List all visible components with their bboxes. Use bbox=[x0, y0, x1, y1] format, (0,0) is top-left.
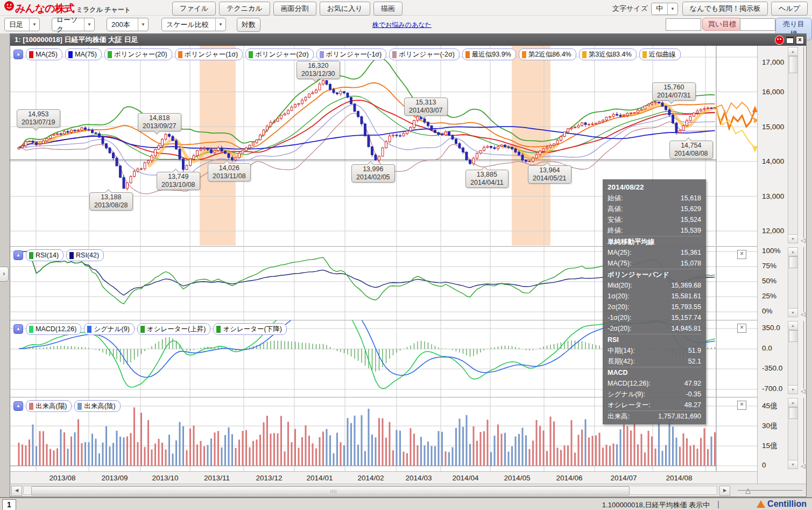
indicator-chip[interactable]: ボリンジャー(1σ) bbox=[175, 48, 243, 60]
scroll-down-icon[interactable]: ▼ bbox=[788, 308, 797, 317]
macd-axis-scrollbar[interactable]: ▲ ▼ bbox=[788, 321, 798, 394]
indicator-chip[interactable]: ボリンジャー(20) bbox=[104, 48, 172, 60]
legend-color-icon bbox=[642, 51, 647, 58]
indicator-chip[interactable]: 第2近似86.4% bbox=[519, 48, 576, 60]
scroll-down-icon[interactable]: ▼ bbox=[788, 460, 797, 469]
scroll-right-button[interactable]: ▶ bbox=[719, 486, 730, 496]
scroll-up-icon[interactable]: ▲ bbox=[788, 399, 797, 407]
rsi-axis-scrollbar[interactable]: ▲ ▼ bbox=[788, 247, 798, 317]
horizontal-scrollbar[interactable]: ◀ |||| ▶ △ bbox=[10, 484, 807, 497]
macd-chip[interactable]: オシレーター(下降) bbox=[213, 323, 287, 335]
chart-tab-1[interactable]: 1 bbox=[2, 499, 16, 510]
x-axis-label: 2014/04 bbox=[453, 474, 479, 482]
sell-target-input[interactable] bbox=[740, 18, 775, 31]
chart-type-select[interactable]: ローソク ▼ bbox=[52, 18, 95, 31]
split-screen-button[interactable]: 画面分割 bbox=[273, 2, 316, 16]
indicator-chip[interactable]: 近似曲線 bbox=[639, 48, 681, 60]
chevron-down-icon[interactable]: ▼ bbox=[215, 18, 225, 31]
qa-board-button[interactable]: なんでも質問！掲示板 bbox=[682, 2, 768, 16]
scroll-left-button[interactable]: ◀ bbox=[11, 486, 22, 496]
pane-resize-icon[interactable]: ◁ bbox=[801, 463, 805, 470]
app-logo: みんなの株式 ミラクル チャート bbox=[3, 0, 131, 16]
scroll-up-icon[interactable]: ▲ bbox=[788, 248, 797, 256]
scrollbar-grip: |||| bbox=[330, 489, 342, 493]
close-volume-panel-button[interactable]: × bbox=[737, 401, 746, 410]
status-text: 1.100000018,日経平均株価 表示中 bbox=[602, 500, 710, 510]
indicator-chip[interactable]: ボリンジャー(2σ) bbox=[245, 48, 313, 60]
volume-axis-tick: 30億 bbox=[762, 421, 778, 431]
font-size-select[interactable]: 中 ▼ bbox=[651, 3, 678, 15]
price-annotation: 14,8182013/09/27 bbox=[138, 113, 181, 131]
x-axis-label: 2014/07 bbox=[611, 474, 637, 482]
macd-chip[interactable]: MACD(12,26) bbox=[26, 323, 81, 335]
chevron-down-icon[interactable]: ▼ bbox=[667, 3, 677, 15]
volume-chip[interactable]: 出来高(陽) bbox=[26, 400, 72, 412]
indicator-chip[interactable]: MA(25) bbox=[26, 48, 62, 60]
close-window-icon[interactable]: × bbox=[796, 36, 804, 44]
scrollbar-track[interactable]: |||| bbox=[23, 486, 717, 495]
rsi-chip[interactable]: RSI(14) bbox=[26, 249, 63, 261]
minkabu-face-icon[interactable] bbox=[775, 36, 784, 45]
pane-resize-icon[interactable]: ◁ bbox=[801, 237, 805, 244]
stock-advice-link[interactable]: 株でお悩みのあなた bbox=[372, 20, 432, 30]
macd-chip[interactable]: オシレーター(上昇) bbox=[137, 323, 211, 335]
price-axis-scrollbar[interactable]: ▲ ▼ bbox=[788, 47, 798, 243]
collapse-panel-button[interactable]: ▲ bbox=[13, 324, 23, 334]
panel-expander-button[interactable]: › bbox=[0, 267, 9, 282]
collapse-panel-button[interactable]: ▲ bbox=[13, 250, 23, 260]
collapse-panel-button[interactable]: ▲ bbox=[13, 401, 23, 411]
favorites-button[interactable]: お気に入り bbox=[320, 2, 370, 16]
scrollbar-thumb[interactable] bbox=[789, 330, 798, 342]
draw-button[interactable]: 描画 bbox=[373, 2, 403, 16]
indicator-chip[interactable]: ボリンジャー(-1σ) bbox=[316, 48, 387, 60]
zoom-slider-handle[interactable]: △ bbox=[745, 486, 751, 494]
scroll-down-icon[interactable]: ▼ bbox=[788, 234, 797, 243]
volume-chip[interactable]: 出来高(陰) bbox=[74, 400, 120, 412]
right-axis-rail: 17,00016,00015,00014,00013,00012,000 ▲ ▼… bbox=[757, 46, 807, 484]
help-button[interactable]: ヘルプ bbox=[771, 2, 808, 16]
macd-axis-tick: -350.0 bbox=[762, 364, 782, 372]
log-scale-button[interactable]: 対数 bbox=[237, 18, 260, 32]
close-rsi-panel-button[interactable]: × bbox=[737, 250, 746, 259]
pane-resize-icon[interactable]: ◁ bbox=[801, 388, 805, 395]
tooltip-row: -2σ(20):14,945.81 bbox=[608, 323, 701, 334]
tooltip-row: 高値:15,629 bbox=[608, 204, 701, 214]
price-indicator-chips: ▲MA(25)MA(75)ボリンジャー(20)ボリンジャー(1σ)ボリンジャー(… bbox=[13, 48, 681, 60]
scroll-up-icon[interactable]: ▲ bbox=[788, 47, 797, 56]
pane-resize-icon[interactable]: ◁ bbox=[801, 311, 805, 318]
x-axis-label: 2013/09 bbox=[102, 474, 128, 482]
legend-color-icon bbox=[29, 326, 33, 333]
font-size-label: 文字サイズ bbox=[612, 4, 648, 13]
tooltip-row: 中期(14):51.9 bbox=[608, 345, 701, 356]
macd-chip[interactable]: シグナル(9) bbox=[84, 323, 134, 335]
status-separator: | bbox=[717, 499, 719, 508]
volume-axis-scrollbar[interactable]: ▲ ▼ bbox=[788, 398, 798, 469]
buy-target-button[interactable]: 買い目標 bbox=[702, 18, 742, 31]
chart-window-titlebar[interactable]: 1: [100000018] 日経平均株価 大証 日足 × bbox=[10, 34, 806, 46]
bar-count-select[interactable]: 200本 ▼ bbox=[107, 18, 149, 31]
chevron-down-icon[interactable]: ▼ bbox=[138, 18, 148, 31]
restore-window-icon[interactable] bbox=[786, 37, 794, 44]
chevron-down-icon[interactable]: ▼ bbox=[84, 18, 94, 31]
technical-button[interactable]: テクニカル bbox=[219, 2, 270, 16]
scale-compare-select[interactable]: スケール比較 ▼ bbox=[161, 18, 226, 31]
scrollbar-thumb[interactable] bbox=[789, 56, 798, 73]
legend-color-icon bbox=[522, 51, 526, 58]
period-select[interactable]: 日足 ▼ bbox=[4, 18, 40, 31]
indicator-chip[interactable]: MA(75) bbox=[65, 48, 102, 60]
scrollbar-thumb[interactable] bbox=[789, 256, 798, 268]
scrollbar-thumb[interactable] bbox=[789, 407, 798, 419]
indicator-chip[interactable]: ボリンジャー(-2σ) bbox=[389, 48, 460, 60]
buy-target-input[interactable] bbox=[666, 18, 701, 31]
scrollbar-thumb[interactable]: |||| bbox=[31, 486, 630, 495]
close-macd-panel-button[interactable]: × bbox=[737, 324, 746, 333]
rsi-chip[interactable]: RSI(42) bbox=[66, 249, 104, 261]
collapse-panel-button[interactable]: ▲ bbox=[13, 50, 23, 59]
file-button[interactable]: ファイル bbox=[172, 2, 216, 16]
scroll-up-icon[interactable]: ▲ bbox=[788, 322, 797, 330]
x-axis-label: 2014/03 bbox=[406, 474, 432, 482]
chevron-down-icon[interactable]: ▼ bbox=[29, 18, 39, 31]
indicator-chip[interactable]: 第3近似83.4% bbox=[579, 48, 637, 60]
indicator-chip[interactable]: 最近似93.9% bbox=[462, 48, 516, 60]
scroll-down-icon[interactable]: ▼ bbox=[788, 385, 797, 394]
